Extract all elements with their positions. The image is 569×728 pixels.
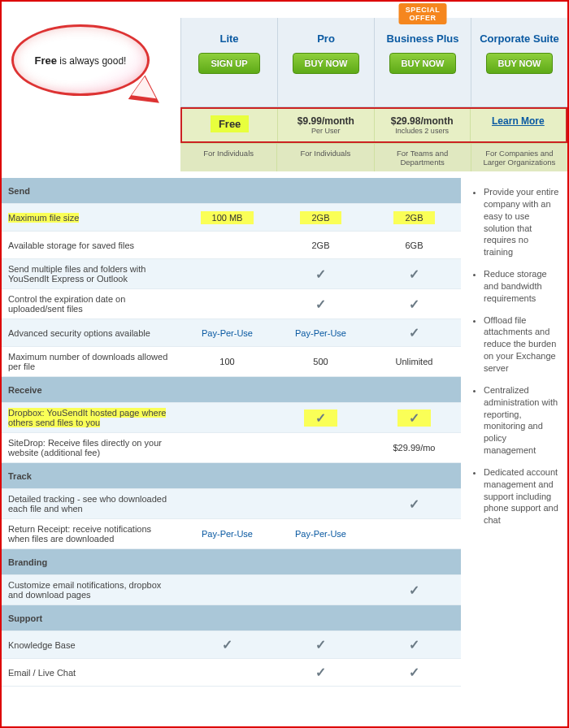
feature-cell: 500 — [274, 353, 367, 370]
feature-value: 2GB — [393, 211, 434, 224]
feature-value: Unlimited — [396, 357, 433, 366]
feature-value: 100 — [219, 357, 234, 366]
price-cell-pro: $9.99/month Per User — [277, 109, 373, 141]
check-icon: ✓ — [222, 638, 232, 652]
table-row: Detailed tracking - see who downloaded e… — [2, 489, 461, 519]
plan-col-corporate: Corporate Suite BUY NOW — [471, 18, 567, 106]
pay-per-use-link[interactable]: Pay-Per-Use — [202, 529, 253, 539]
feature-cell: 2GB — [274, 237, 367, 254]
pay-per-use-link[interactable]: Pay-Per-Use — [295, 328, 346, 338]
feature-value: 500 — [313, 357, 328, 366]
feature-label: Return Receipt: receive notifications wh… — [2, 519, 180, 548]
section-header-send: Send — [2, 178, 461, 204]
feature-cell: ✓ — [367, 263, 461, 285]
check-icon: ✓ — [304, 410, 337, 427]
section-title: Track — [2, 466, 461, 486]
audience-corporate: For Companies and Larger Organizations — [471, 144, 567, 171]
table-row: Customize email notifications, dropbox a… — [2, 575, 461, 605]
feature-cell: ✓ — [367, 407, 461, 429]
feature-cell: ✓ — [274, 263, 367, 285]
feature-cell: ✓ — [180, 634, 274, 656]
signup-button-lite[interactable]: SIGN UP — [198, 53, 259, 74]
table-row: Knowledge Base✓✓✓ — [2, 631, 461, 659]
feature-cell: ✓ — [274, 293, 367, 315]
feature-label: Send multiple files and folders with You… — [2, 259, 180, 288]
price-cell-corporate: Learn More — [470, 109, 566, 141]
table-row: Email / Live Chat✓✓ — [2, 659, 461, 687]
pay-per-use-link[interactable]: Pay-Per-Use — [295, 529, 346, 539]
corporate-feature-item: Reduce storage and bandwidth requirement… — [484, 268, 559, 305]
table-row: Available storage for saved files2GB6GB — [2, 232, 461, 259]
audience-row: For Individuals For Individuals For Team… — [180, 143, 567, 171]
feature-value: 2GB — [300, 211, 341, 224]
learn-more-link[interactable]: Learn More — [492, 115, 545, 127]
feature-cell — [180, 271, 274, 277]
plan-col-lite: Lite SIGN UP — [180, 18, 277, 106]
price-cell-business: $29.98/month Includes 2 users — [374, 109, 470, 141]
price-cell-lite: Free — [182, 109, 277, 141]
plan-name-lite: Lite — [183, 32, 276, 45]
callout-speech-bubble: Free is always good! — [11, 24, 166, 114]
feature-label: Available storage for saved files — [2, 236, 180, 255]
feature-table: SendMaximum file size100 MB2GB2GBAvailab… — [2, 178, 461, 687]
price-business: $29.98/month — [376, 115, 468, 127]
callout-bubble: Free is always good! — [11, 24, 150, 96]
buy-button-corporate[interactable]: BUY NOW — [486, 53, 554, 74]
feature-label: Advanced security options available — [2, 323, 180, 343]
feature-label: Control the expiration date on uploaded/… — [2, 289, 180, 318]
audience-pro: For Individuals — [276, 144, 373, 171]
pay-per-use-link[interactable]: Pay-Per-Use — [202, 328, 253, 338]
table-row: Dropbox: YouSendIt hosted page where oth… — [2, 403, 461, 433]
price-sub-business: Includes 2 users — [376, 127, 468, 135]
plan-col-pro: Pro BUY NOW — [277, 18, 374, 106]
section-header-support: Support — [2, 605, 461, 631]
check-icon: ✓ — [409, 326, 419, 340]
feature-label: Email / Live Chat — [2, 663, 180, 682]
check-icon: ✓ — [315, 297, 326, 311]
plan-name-corporate: Corporate Suite — [473, 32, 566, 45]
feature-label: Detailed tracking - see who downloaded e… — [2, 489, 180, 518]
price-pro: $9.99/month — [280, 115, 371, 127]
table-row: Return Receipt: receive notifications wh… — [2, 519, 461, 549]
feature-label: Dropbox: YouSendIt hosted page where oth… — [2, 403, 180, 432]
section-title: Receive — [2, 380, 461, 400]
table-row: Send multiple files and folders with You… — [2, 259, 461, 289]
feature-cell: Pay-Per-Use — [274, 526, 367, 542]
feature-label: Knowledge Base — [2, 635, 180, 655]
feature-cell: ✓ — [367, 322, 461, 344]
feature-cell: 2GB — [274, 210, 367, 226]
callout-text: Free is always good! — [35, 54, 127, 67]
feature-cell — [180, 414, 274, 421]
plan-name-pro: Pro — [280, 32, 372, 45]
feature-cell: ✓ — [274, 407, 367, 429]
feature-label: Maximum number of downloads allowed per … — [2, 347, 180, 376]
corporate-features-list: Provide your entire company with an easy… — [472, 186, 559, 526]
feature-cell — [180, 670, 274, 676]
callout-bold: Free — [35, 54, 57, 67]
feature-cell — [274, 444, 367, 451]
buy-button-business[interactable]: BUY NOW — [389, 53, 457, 74]
feature-cell — [180, 587, 274, 593]
highlighted-label: Maximum file size — [8, 213, 79, 223]
feature-cell: 6GB — [367, 237, 461, 254]
feature-cell: ✓ — [367, 293, 461, 315]
feature-cell: ✓ — [274, 661, 367, 683]
feature-cell: 100 MB — [180, 210, 274, 226]
plan-header-row: Lite SIGN UP Pro BUY NOW SPECIAL OFFER B… — [180, 18, 567, 107]
feature-cell: Pay-Per-Use — [274, 325, 367, 341]
table-row: Advanced security options availablePay-P… — [2, 319, 461, 347]
audience-business: For Teams and Departments — [374, 144, 471, 171]
feature-cell: Unlimited — [367, 353, 461, 370]
feature-cell: ✓ — [367, 634, 461, 656]
corporate-features-column: Provide your entire company with an easy… — [461, 178, 567, 687]
plan-col-business: SPECIAL OFFER Business Plus BUY NOW — [374, 18, 471, 106]
check-icon: ✓ — [409, 497, 419, 511]
feature-label: Customize email notifications, dropbox a… — [2, 575, 180, 604]
table-row: Control the expiration date on uploaded/… — [2, 289, 461, 319]
audience-lite: For Individuals — [180, 144, 276, 171]
check-icon: ✓ — [409, 297, 419, 311]
feature-cell — [274, 587, 367, 593]
buy-button-pro[interactable]: BUY NOW — [293, 53, 360, 74]
check-icon: ✓ — [409, 638, 419, 652]
feature-cell — [180, 444, 274, 451]
